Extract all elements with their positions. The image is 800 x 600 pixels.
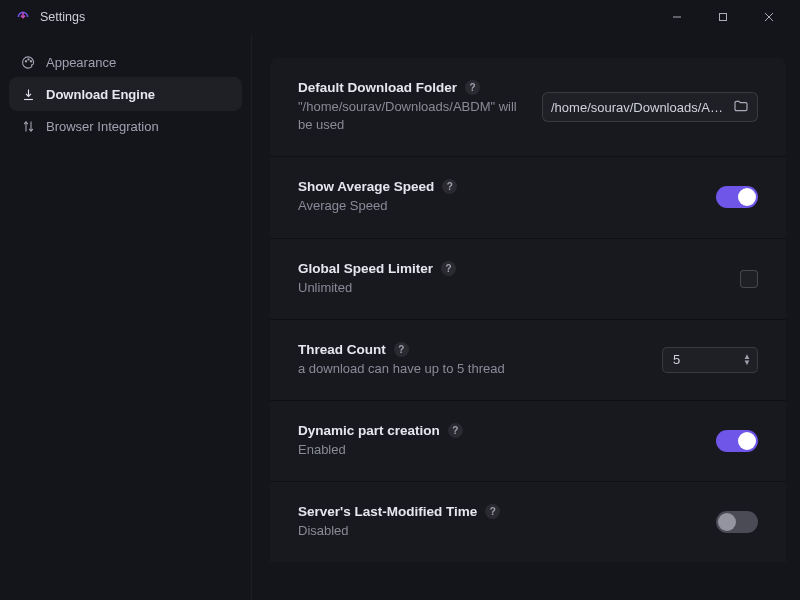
sidebar-item-browser-integration[interactable]: Browser Integration: [10, 110, 241, 142]
integration-icon: [20, 118, 36, 134]
palette-icon: [20, 54, 36, 70]
sidebar-item-label: Browser Integration: [46, 119, 159, 134]
svg-rect-0: [720, 14, 727, 21]
settings-sidebar: Appearance Download Engine Browser Integ…: [0, 34, 252, 600]
help-icon[interactable]: ?: [442, 179, 457, 194]
setting-row-server-last-modified: Server's Last-Modified Time ? Disabled: [270, 482, 786, 562]
help-icon[interactable]: ?: [441, 261, 456, 276]
stepper-arrows-icon[interactable]: ▲▼: [743, 354, 751, 366]
setting-title: Default Download Folder: [298, 80, 457, 95]
setting-title: Global Speed Limiter: [298, 261, 433, 276]
svg-point-1: [25, 60, 26, 61]
thread-count-stepper[interactable]: 5 ▲▼: [662, 347, 758, 373]
dynamic-part-creation-toggle[interactable]: [716, 430, 758, 452]
download-folder-input[interactable]: [551, 100, 727, 115]
help-icon[interactable]: ?: [485, 504, 500, 519]
sidebar-item-label: Download Engine: [46, 87, 155, 102]
sidebar-item-appearance[interactable]: Appearance: [10, 46, 241, 78]
setting-title: Dynamic part creation: [298, 423, 440, 438]
sidebar-item-label: Appearance: [46, 55, 116, 70]
setting-row-dynamic-part-creation: Dynamic part creation ? Enabled: [270, 401, 786, 482]
svg-point-3: [30, 60, 31, 61]
setting-row-thread-count: Thread Count ? a download can have up to…: [270, 320, 786, 401]
window-title: Settings: [40, 10, 85, 24]
app-icon: [14, 8, 32, 26]
download-icon: [20, 86, 36, 102]
svg-point-2: [27, 58, 28, 59]
download-folder-field[interactable]: [542, 92, 758, 122]
settings-content[interactable]: Default Download Folder ? "/home/sourav/…: [252, 34, 800, 600]
setting-desc: Average Speed: [298, 197, 700, 215]
show-average-speed-toggle[interactable]: [716, 186, 758, 208]
setting-title: Show Average Speed: [298, 179, 434, 194]
settings-panel: Default Download Folder ? "/home/sourav/…: [270, 58, 786, 562]
setting-desc: Disabled: [298, 522, 700, 540]
server-last-modified-toggle[interactable]: [716, 511, 758, 533]
setting-desc: a download can have up to 5 thread: [298, 360, 646, 378]
help-icon[interactable]: ?: [448, 423, 463, 438]
setting-row-default-download-folder: Default Download Folder ? "/home/sourav/…: [270, 58, 786, 157]
sidebar-item-download-engine[interactable]: Download Engine: [10, 78, 241, 110]
setting-title: Server's Last-Modified Time: [298, 504, 477, 519]
setting-title: Thread Count: [298, 342, 386, 357]
setting-row-global-speed-limiter: Global Speed Limiter ? Unlimited: [270, 239, 786, 320]
help-icon[interactable]: ?: [465, 80, 480, 95]
setting-desc: "/home/sourav/Downloads/ABDM" will be us…: [298, 98, 526, 134]
folder-icon[interactable]: [733, 98, 749, 117]
window-close-button[interactable]: [746, 0, 792, 34]
help-icon[interactable]: ?: [394, 342, 409, 357]
titlebar: Settings: [0, 0, 800, 34]
global-speed-limiter-checkbox[interactable]: [740, 270, 758, 288]
setting-desc: Enabled: [298, 441, 700, 459]
setting-row-show-average-speed: Show Average Speed ? Average Speed: [270, 157, 786, 238]
setting-desc: Unlimited: [298, 279, 724, 297]
window-maximize-button[interactable]: [700, 0, 746, 34]
window-minimize-button[interactable]: [654, 0, 700, 34]
thread-count-value: 5: [673, 352, 743, 367]
